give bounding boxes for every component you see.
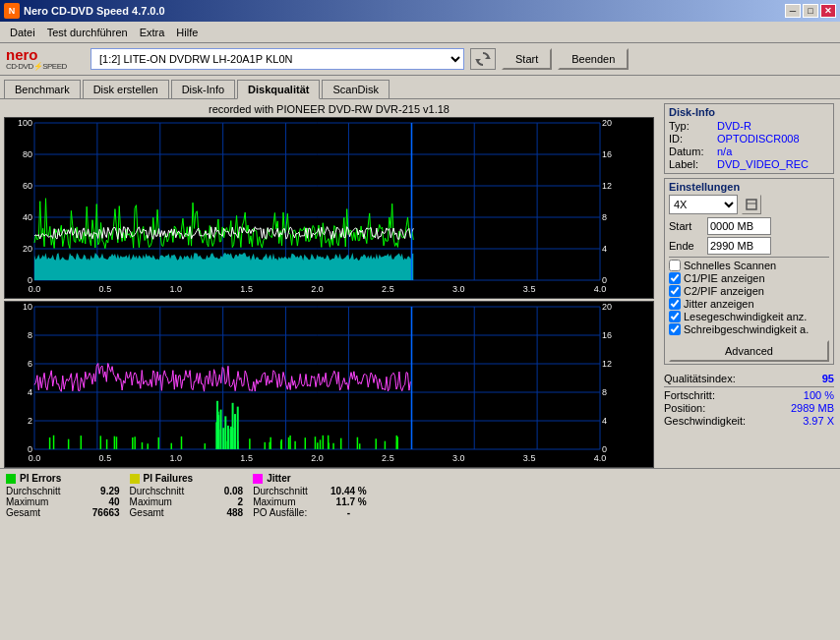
quality-label: Qualitätsindex:	[664, 373, 736, 384]
fast-scan-label: Schnelles Scannen	[684, 260, 776, 271]
speed-settings-row: 4X	[669, 195, 829, 214]
disk-date-value: n/a	[717, 145, 732, 157]
jitter-max-label: Maximum	[253, 496, 295, 507]
start-button[interactable]: Start	[502, 48, 552, 70]
right-panel: Disk-Info Typ: DVD-R ID: OPTODISCR008 Da…	[658, 99, 840, 468]
start-input-row: Start	[669, 217, 829, 235]
pi-failures-total-row: Gesamt 488	[130, 507, 244, 518]
jitter-avg-label: Durchschnitt	[253, 486, 308, 496]
bottom-chart-canvas	[5, 302, 630, 468]
top-chart-canvas	[5, 118, 630, 299]
tab-disk-info[interactable]: Disk-Info	[171, 80, 235, 98]
maximize-button[interactable]: □	[803, 4, 818, 18]
window-controls: ─ □ ✕	[785, 4, 836, 18]
disk-info-panel: Disk-Info Typ: DVD-R ID: OPTODISCR008 Da…	[664, 103, 834, 174]
pi-failures-max-row: Maximum 2	[130, 496, 244, 507]
speed-row: Geschwindigkeit: 3.97 X	[664, 415, 834, 427]
stats-bar: PI Errors Durchschnitt 9.29 Maximum 40 G…	[0, 468, 840, 522]
position-label: Position:	[664, 402, 705, 414]
end-button[interactable]: Beenden	[558, 48, 629, 70]
disk-id-label: ID:	[669, 133, 713, 145]
jitter-checkbox[interactable]	[669, 298, 681, 310]
menu-datei[interactable]: Datei	[4, 25, 41, 40]
nero-logo: nero CD·DVD⚡SPEED	[6, 47, 85, 71]
end-input[interactable]	[707, 237, 771, 255]
pi-errors-title: PI Errors	[20, 473, 61, 484]
c2pif-checkbox[interactable]	[669, 285, 681, 297]
pi-errors-total-label: Gesamt	[6, 507, 40, 518]
po-row: PO Ausfälle: -	[253, 507, 367, 518]
pi-errors-max-row: Maximum 40	[6, 496, 120, 507]
app-icon: N	[4, 3, 20, 19]
checkbox-fast-scan[interactable]: Schnelles Scannen	[669, 260, 829, 271]
write-speed-checkbox[interactable]	[669, 323, 681, 335]
tab-scandisk[interactable]: ScanDisk	[322, 80, 389, 98]
close-button[interactable]: ✕	[820, 4, 836, 18]
checkbox-c2pif[interactable]: C2/PIF anzeigen	[669, 285, 829, 297]
disk-type-row: Typ: DVD-R	[669, 120, 829, 132]
separator-1	[669, 257, 829, 258]
checkbox-write-speed[interactable]: Schreibgeschwindigkeit a.	[669, 323, 829, 335]
app-title: Nero CD-DVD Speed 4.7.0.0	[24, 5, 165, 17]
settings-gear-icon	[746, 199, 757, 210]
pi-failures-max-label: Maximum	[130, 496, 172, 507]
toolbar: nero CD·DVD⚡SPEED [1:2] LITE-ON DVDRW LH…	[0, 43, 840, 76]
jitter-avg-value: 10.44 %	[328, 486, 367, 496]
read-speed-checkbox[interactable]	[669, 311, 681, 322]
read-speed-label: Lesegeschwindigkeit anz.	[684, 311, 807, 322]
checkbox-jitter[interactable]: Jitter anzeigen	[669, 298, 829, 310]
tab-diskqualitat[interactable]: Diskqualität	[237, 80, 320, 99]
start-label: Start	[669, 220, 703, 232]
speed-select[interactable]: 4X	[669, 195, 738, 214]
pi-errors-avg-label: Durchschnitt	[6, 486, 61, 496]
settings-title: Einstellungen	[669, 181, 829, 193]
pi-failures-avg-value: 0.08	[204, 486, 243, 496]
tabs-bar: Benchmark Disk erstellen Disk-Info Diskq…	[0, 76, 840, 99]
jitter-group: Jitter Durchschnitt 10.44 % Maximum 11.7…	[253, 473, 367, 518]
checkbox-read-speed[interactable]: Lesegeschwindigkeit anz.	[669, 311, 829, 322]
disk-type-label: Typ:	[669, 120, 713, 132]
menu-extra[interactable]: Extra	[134, 25, 171, 40]
menu-hilfe[interactable]: Hilfe	[170, 25, 204, 40]
disk-id-row: ID: OPTODISCR008	[669, 133, 829, 145]
minimize-button[interactable]: ─	[785, 4, 801, 18]
refresh-icon	[475, 51, 491, 67]
disk-info-title: Disk-Info	[669, 106, 829, 118]
menu-bar: Datei Test durchführen Extra Hilfe	[0, 22, 840, 43]
charts-and-right: recorded with PIONEER DVD-RW DVR-215 v1.…	[0, 99, 840, 468]
bottom-chart	[4, 301, 654, 468]
tab-disk-erstellen[interactable]: Disk erstellen	[83, 80, 169, 98]
start-input[interactable]	[707, 217, 771, 235]
advanced-button[interactable]: Advanced	[669, 340, 829, 362]
refresh-button[interactable]	[470, 48, 496, 70]
pi-errors-total-value: 76663	[81, 507, 120, 518]
pi-errors-total-row: Gesamt 76663	[6, 507, 120, 518]
pi-failures-title: PI Failures	[144, 473, 194, 484]
menu-test[interactable]: Test durchführen	[41, 25, 134, 40]
c1pie-checkbox[interactable]	[669, 272, 681, 284]
chart-area: recorded with PIONEER DVD-RW DVR-215 v1.…	[0, 99, 658, 468]
quality-index-row: Qualitätsindex: 95	[664, 373, 834, 384]
pi-failures-total-label: Gesamt	[130, 507, 164, 518]
progress-value: 100 %	[804, 389, 834, 401]
pi-failures-max-value: 2	[204, 496, 243, 507]
drive-selector[interactable]: [1:2] LITE-ON DVDRW LH-20A1P KL0N	[90, 48, 464, 70]
position-row: Position: 2989 MB	[664, 402, 834, 414]
c2pif-label: C2/PIF anzeigen	[684, 285, 764, 297]
settings-panel: Einstellungen 4X Start	[664, 178, 834, 365]
jitter-avg-row: Durchschnitt 10.44 %	[253, 486, 367, 496]
quality-value: 95	[822, 373, 834, 384]
settings-icon-button[interactable]	[742, 195, 761, 214]
c1pie-label: C1/PIE anzeigen	[684, 272, 765, 284]
jitter-header: Jitter	[253, 473, 367, 484]
checkbox-c1pie[interactable]: C1/PIE anzeigen	[669, 272, 829, 284]
disk-label-label: Label:	[669, 158, 713, 170]
po-label: PO Ausfälle:	[253, 507, 307, 518]
pi-failures-color-dot	[130, 474, 140, 484]
svg-marker-1	[475, 59, 481, 62]
tab-benchmark[interactable]: Benchmark	[4, 80, 81, 98]
fast-scan-checkbox[interactable]	[669, 260, 681, 271]
pi-failures-avg-label: Durchschnitt	[130, 486, 185, 496]
pi-errors-max-label: Maximum	[6, 496, 48, 507]
pi-errors-color-dot	[6, 474, 16, 484]
